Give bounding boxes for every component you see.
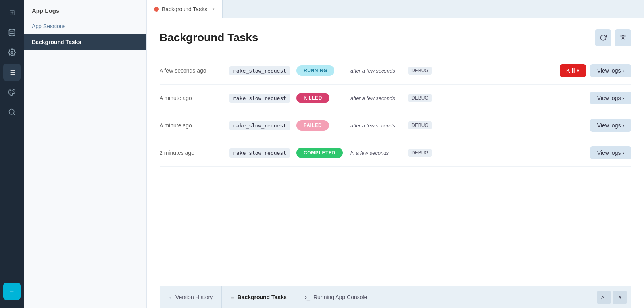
task-status: FAILED [296,120,344,131]
list-icon[interactable] [3,64,21,81]
task-name: make_slow_request [229,121,290,130]
task-status: KILLED [296,93,344,103]
content-header: Background Tasks [160,29,631,46]
add-button[interactable]: + [3,283,21,300]
svg-point-1 [11,52,13,54]
status-badge: COMPLETED [296,148,343,158]
task-actions: View logs › [590,146,631,159]
background-tasks-icon: ≡ [231,294,234,301]
task-status: COMPLETED [296,148,344,158]
bottom-tab-end-actions: >_ ∧ [597,291,631,304]
svg-point-10 [11,90,11,91]
table-row: A minute ago make_slow_request KILLED af… [160,85,631,112]
tab-dot [154,7,159,12]
debug-badge: DEBUG [408,67,432,75]
table-row: A minute ago make_slow_request FAILED af… [160,112,631,139]
page-title: Background Tasks [160,31,258,44]
task-time: 2 minutes ago [160,150,223,156]
grid-icon[interactable]: ⊞ [3,4,21,21]
task-status: RUNNING [296,65,344,76]
content-area: Background Tasks A few seconds ago make_… [147,18,644,308]
table-row: A few seconds ago make_slow_request RUNN… [160,57,631,85]
bottom-tab-version-history[interactable]: ⑂ Version History [160,286,222,308]
task-time: A minute ago [160,122,223,129]
task-actions: View logs › [590,92,631,104]
svg-point-9 [13,91,14,92]
table-row: 2 minutes ago make_slow_request COMPLETE… [160,139,631,167]
svg-point-11 [10,92,10,92]
sidebar: App Logs App Sessions Background Tasks [24,0,147,308]
task-actions: View logs › [590,119,631,132]
active-tab[interactable]: Background Tasks × [147,0,223,18]
task-actions: Kill × View logs › [560,64,631,77]
bottom-tab-label: Version History [175,294,213,300]
task-description: after a few seconds [350,123,402,129]
task-name: make_slow_request [229,148,290,158]
svg-point-8 [12,90,13,90]
status-badge: FAILED [296,120,329,131]
tab-bar: Background Tasks × [147,0,644,18]
bottom-tab-bar: ⑂ Version History ≡ Background Tasks ›_ … [160,286,631,308]
main-area: Background Tasks × Background Tasks A fe… [147,0,644,308]
view-logs-button[interactable]: View logs › [590,119,631,132]
view-logs-button[interactable]: View logs › [590,64,631,77]
search-icon[interactable] [3,103,21,121]
tab-close-button[interactable]: × [212,6,215,12]
database-icon[interactable] [3,24,21,41]
svg-point-12 [9,109,14,114]
task-description: after a few seconds [350,95,402,101]
version-history-icon: ⑂ [168,294,172,301]
bottom-tab-label: Running App Console [313,294,367,300]
chevron-up-button[interactable]: ∧ [613,291,627,304]
kill-button[interactable]: Kill × [560,64,586,77]
sidebar-header: App Logs [24,0,146,18]
gear-icon[interactable] [3,44,21,61]
task-time: A minute ago [160,95,223,101]
status-badge: RUNNING [296,65,334,76]
task-description: after a few seconds [350,68,402,74]
view-logs-button[interactable]: View logs › [590,92,631,104]
task-description: in a few seconds [350,150,402,156]
console-icon: ›_ [305,294,310,301]
bottom-tab-background-tasks[interactable]: ≡ Background Tasks [222,286,296,308]
task-list: A few seconds ago make_slow_request RUNN… [160,57,631,286]
debug-badge: DEBUG [408,149,432,157]
bottom-tab-label: Background Tasks [238,294,287,300]
debug-badge: DEBUG [408,94,432,102]
delete-button[interactable] [615,29,631,46]
icon-bar: ⊞ + [0,0,24,308]
header-actions [595,29,631,46]
task-name: make_slow_request [229,94,290,103]
palette-icon[interactable] [3,83,21,101]
svg-point-0 [9,29,15,31]
svg-line-13 [13,114,15,115]
tab-label: Background Tasks [162,6,207,12]
task-time: A few seconds ago [160,67,223,74]
bottom-tab-running-app-console[interactable]: ›_ Running App Console [296,286,377,308]
terminal-button[interactable]: >_ [597,291,611,304]
sidebar-item-background-tasks[interactable]: Background Tasks [24,34,146,50]
task-name: make_slow_request [229,66,290,75]
debug-badge: DEBUG [408,121,432,129]
status-badge: KILLED [296,93,329,103]
sidebar-item-app-sessions[interactable]: App Sessions [24,18,146,34]
refresh-button[interactable] [595,29,611,46]
view-logs-button[interactable]: View logs › [590,146,631,159]
